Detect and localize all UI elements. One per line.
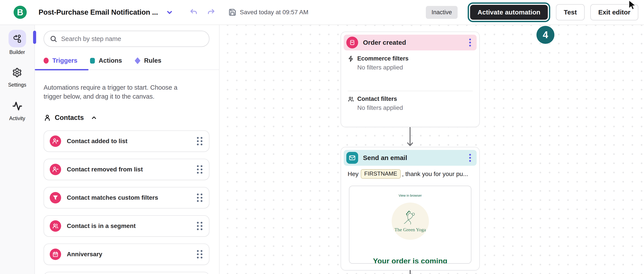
node-title: Order created [363,39,406,46]
workflow-icon [12,34,22,43]
sidebar-label-settings: Settings [8,82,26,88]
undo-icon[interactable] [190,8,198,17]
node-title: Send an email [363,154,407,162]
contact-filters-value: No filters applied [357,104,473,111]
shopping-bag-icon [346,37,358,49]
redo-icon[interactable] [207,8,215,17]
trigger-contact-is-in-a-segment[interactable]: Contact is in a segment [44,215,210,237]
active-tab-underline [35,69,88,70]
email-subject-preview: Hey FIRSTNAME , thank you for your pu... [348,169,473,179]
drag-handle-icon[interactable] [197,194,202,202]
trigger-label: Contact matches custom filters [67,194,158,201]
people-icon [50,220,61,232]
yoga-figure-illustration [399,210,422,227]
node-order-created-header: Order created [344,35,477,50]
sidebar-label-activity: Activity [9,116,25,121]
connector-arrow-down [406,127,414,147]
trigger-label: Contact is in a segment [67,222,136,229]
brevo-logo-letter: B [17,8,24,17]
triggers-marker-icon [44,58,49,64]
workflow-canvas[interactable]: Order created Ecommerce filters No filte… [220,25,644,274]
tab-triggers-label: Triggers [52,57,77,64]
subject-suffix: , thank you for your pu... [402,171,468,178]
contacts-section-header[interactable]: Contacts [44,114,210,122]
actions-marker-icon [90,58,95,64]
node-send-an-email[interactable]: Send an email Hey FIRSTNAME , thank you … [340,147,480,270]
icon-sidebar: Builder Settings Activity [0,25,35,274]
builder-icon-bg [8,30,26,47]
contact-filters-row: Contact filters [348,96,473,102]
ecommerce-filters-label: Ecommerce filters [357,55,408,62]
connector-line [410,270,411,274]
trigger-contact-added-to-list[interactable]: Contact added to list [44,130,210,152]
title-chevron-down-icon[interactable] [166,9,173,16]
funnel-icon [50,192,61,203]
search-box[interactable] [44,31,210,47]
envelope-icon [346,152,358,164]
brand-logo: The Green Yoga [392,202,429,240]
trigger-label: Contact added to list [67,138,128,145]
tab-rules-label: Rules [144,57,162,64]
email-headline: Your order is coming [350,257,471,264]
status-badge: Inactive [426,6,458,19]
node-order-created[interactable]: Order created Ecommerce filters No filte… [340,32,480,127]
save-status-text: Saved today at 09:57 AM [240,9,308,16]
subject-prefix: Hey [348,171,358,178]
step-type-tabs: Triggers Actions Rules [35,57,219,70]
bolt-icon [348,56,354,62]
step-picker-panel: Triggers Actions Rules Automations requi… [35,25,220,274]
brevo-logo: B [14,6,27,19]
node-menu-kebab-icon[interactable] [468,153,472,163]
trigger-label: Contact removed from list [67,166,143,173]
tab-triggers[interactable]: Triggers [44,57,77,64]
tab-actions[interactable]: Actions [90,57,122,64]
active-nav-indicator [33,31,36,44]
drag-handle-icon[interactable] [197,137,202,145]
activate-highlight-ring: Activate automation [468,3,550,22]
drag-handle-icon[interactable] [197,250,202,258]
ecommerce-filters-row: Ecommerce filters [348,55,473,62]
person-plus-icon [50,135,61,147]
trigger-anniversary[interactable]: Anniversary [44,243,210,265]
people-icon [348,96,354,102]
top-bar: B Post-Purchase Email Notification ... S… [0,0,644,25]
automation-title: Post-Purchase Email Notification ... [38,8,158,17]
sidebar-item-activity[interactable]: Activity [9,101,25,121]
calendar-icon [50,248,61,260]
search-input[interactable] [61,35,203,43]
trigger-contact-clicks-email[interactable]: Contact clicks an email [44,272,210,274]
ecommerce-filters-value: No filters applied [357,64,473,71]
save-icon [228,8,236,16]
trigger-contact-removed-from-list[interactable]: Contact removed from list [44,159,210,180]
sidebar-label-builder: Builder [10,49,25,55]
save-status: Saved today at 09:57 AM [228,8,308,16]
automation-editor: B Post-Purchase Email Notification ... S… [0,0,644,274]
exit-editor-button[interactable]: Exit editor [590,4,638,20]
tab-actions-label: Actions [98,57,122,64]
brand-name: The Green Yoga [394,227,426,232]
gear-icon [12,68,22,78]
activate-automation-button[interactable]: Activate automation [470,5,548,20]
trigger-label: Anniversary [67,251,102,258]
node-menu-kebab-icon[interactable] [468,37,472,48]
tab-rules[interactable]: Rules [135,57,162,64]
chevron-up-icon[interactable] [91,114,97,121]
trigger-contact-matches-custom-filters[interactable]: Contact matches custom filters [44,187,210,208]
contact-filters-label: Contact filters [357,96,397,102]
view-in-browser-link: View in browser [350,194,471,197]
node-send-email-header: Send an email [344,150,477,166]
node-order-created-body: Ecommerce filters No filters applied Con… [341,55,479,111]
sidebar-item-settings[interactable]: Settings [8,68,26,88]
sidebar-item-builder[interactable]: Builder [8,30,26,55]
pulse-icon [12,101,22,111]
person-icon [44,114,51,121]
email-body-preview[interactable]: View in browser [349,186,472,264]
drag-handle-icon[interactable] [197,222,202,230]
merge-tag-chip: FIRSTNAME [361,169,401,179]
search-icon [50,35,57,43]
node-divider [348,91,473,91]
test-button[interactable]: Test [556,4,585,20]
triggers-description: Automations require a trigger to start. … [44,83,188,101]
drag-handle-icon[interactable] [197,165,202,174]
annotation-step-badge: 4 [536,26,554,44]
